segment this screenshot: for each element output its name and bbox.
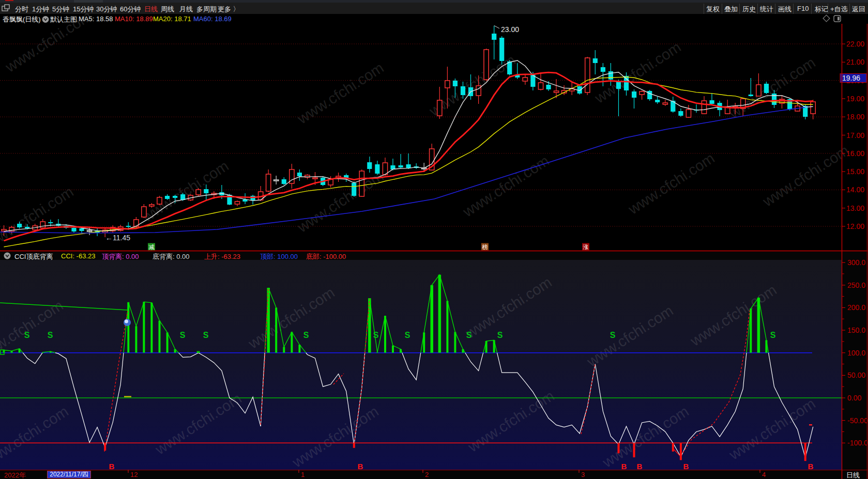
svg-text:250.0: 250.0 [847, 281, 865, 289]
svg-text:S: S [48, 331, 53, 339]
svg-text:19.96: 19.96 [842, 74, 860, 82]
svg-text:22.00: 22.00 [846, 40, 864, 48]
svg-text:涨: 涨 [583, 244, 589, 250]
svg-text:23.00: 23.00 [501, 25, 519, 34]
svg-text:150.0: 150.0 [847, 326, 865, 334]
svg-text:B: B [621, 462, 627, 471]
svg-text:200.0: 200.0 [847, 303, 865, 312]
svg-text:13.00: 13.00 [846, 204, 864, 212]
svg-text:15.00: 15.00 [846, 167, 864, 176]
svg-text:16.00: 16.00 [846, 149, 864, 158]
svg-text:S: S [203, 331, 209, 339]
svg-text:S: S [303, 331, 309, 339]
svg-text:19.00: 19.00 [846, 95, 864, 103]
svg-text:B: B [358, 462, 363, 471]
svg-text:减: 减 [149, 244, 155, 250]
svg-text:300.0: 300.0 [847, 258, 865, 267]
svg-text:18.00: 18.00 [846, 113, 864, 121]
svg-text:21.00: 21.00 [846, 58, 864, 66]
svg-text:100.0: 100.0 [847, 349, 865, 357]
svg-text:S: S [373, 331, 379, 339]
svg-text:B: B [683, 462, 689, 471]
svg-text:S: S [180, 331, 186, 339]
svg-text:S: S [466, 331, 472, 339]
svg-text:17.00: 17.00 [846, 131, 864, 140]
svg-text:榜: 榜 [482, 244, 488, 250]
svg-text:S: S [610, 331, 616, 339]
svg-text:B: B [109, 462, 115, 471]
svg-text:50.00: 50.00 [847, 371, 865, 379]
svg-text:-100.0: -100.0 [847, 439, 868, 447]
svg-text:S: S [405, 331, 410, 339]
svg-text:-50.00: -50.00 [847, 416, 868, 425]
svg-text:S: S [497, 331, 503, 339]
svg-text:←11.45: ←11.45 [105, 234, 130, 242]
svg-text:B: B [637, 462, 643, 471]
svg-text:S: S [24, 331, 30, 339]
svg-text:14.00: 14.00 [846, 186, 864, 194]
svg-text:S: S [770, 331, 776, 339]
svg-text:0.00: 0.00 [847, 394, 861, 402]
svg-text:B: B [808, 462, 814, 471]
svg-text:12.00: 12.00 [846, 222, 864, 230]
